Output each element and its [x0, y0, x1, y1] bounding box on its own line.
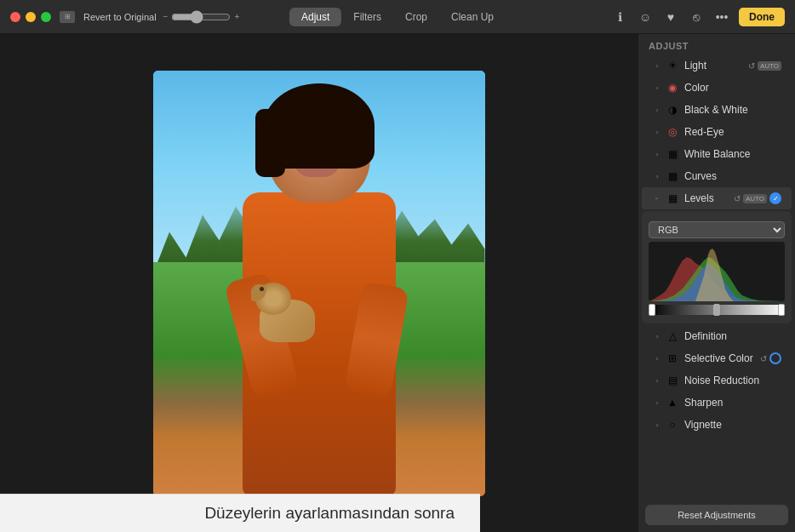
window-view-controls: ⊞	[60, 11, 75, 23]
zoom-slider-container: − +	[163, 10, 240, 24]
expand-arrow-def: ›	[652, 331, 662, 341]
hair-side	[255, 109, 285, 177]
tab-adjust[interactable]: Adjust	[289, 8, 341, 26]
light-label: Light	[684, 60, 748, 72]
definition-label: Definition	[684, 330, 781, 342]
photo-container	[153, 71, 485, 496]
whitebalance-icon: ▦	[666, 147, 679, 161]
expand-arrow-color: ›	[652, 83, 662, 93]
levels-mid-handle[interactable]	[713, 304, 720, 316]
minimize-button[interactable]	[26, 12, 36, 22]
tab-crop[interactable]: Crop	[393, 8, 439, 26]
titlebar: ⊞ Revert to Original − + Adjust Filters …	[0, 0, 795, 34]
curves-label: Curves	[684, 170, 781, 182]
expand-arrow-curves: ›	[652, 171, 662, 181]
revert-button[interactable]: Revert to Original	[83, 12, 157, 22]
adjust-item-definition[interactable]: › △ Definition	[642, 325, 792, 347]
levels-icon: ▦	[666, 192, 679, 205]
adjust-item-selcolor[interactable]: › ⊞ Selective Color ↺	[642, 347, 792, 369]
expand-arrow-bw: ›	[652, 105, 662, 115]
traffic-lights	[10, 12, 51, 22]
redeye-icon: ◎	[666, 125, 679, 139]
levels-black-handle[interactable]	[649, 304, 655, 316]
adjust-item-bw[interactable]: › ◑ Black & White	[642, 99, 792, 121]
levels-white-handle[interactable]	[778, 304, 785, 316]
expand-arrow-light: ›	[652, 60, 662, 71]
fullscreen-button[interactable]	[41, 12, 51, 22]
levels-label: Levels	[684, 192, 734, 204]
rgb-channel-select[interactable]: RGB Red Green Blue Luminance	[649, 221, 785, 238]
adjust-item-sharpen[interactable]: › ▲ Sharpen	[642, 392, 792, 414]
dog-figure	[251, 283, 328, 342]
expand-arrow-vignette: ›	[652, 420, 662, 430]
expand-arrow-wb: ›	[652, 149, 662, 159]
more-icon[interactable]: •••	[713, 9, 730, 26]
sharpen-label: Sharpen	[684, 397, 781, 409]
sharpen-icon: ▲	[666, 396, 679, 409]
close-button[interactable]	[10, 12, 20, 22]
selcolor-circle-icon[interactable]	[769, 352, 781, 364]
heart-icon[interactable]: ♥	[662, 9, 679, 26]
adjust-item-whitebalance[interactable]: › ▦ White Balance	[642, 143, 792, 165]
color-icon: ◉	[666, 81, 679, 94]
noise-icon: ▤	[666, 374, 679, 387]
selcolor-controls: ↺	[760, 352, 781, 364]
selcolor-reset-icon[interactable]: ↺	[760, 354, 767, 363]
zoom-out-icon: −	[163, 12, 169, 21]
right-panel: ADJUST › ☀ Light ↺ AUTO › ◉ Color ›	[638, 34, 795, 532]
bw-icon: ◑	[666, 103, 679, 117]
levels-controls: ↺ AUTO ✓	[734, 192, 781, 204]
photo-scene	[153, 71, 485, 496]
curves-icon: ▦	[666, 169, 679, 183]
main-area: Düzeylerin ayarlanmasından sonra ADJUST …	[0, 34, 795, 532]
adjust-item-vignette[interactable]: › ○ Vignette	[642, 414, 792, 436]
expand-arrow-sel: ›	[652, 353, 662, 363]
color-label: Color	[684, 82, 781, 94]
panel-title: ADJUST	[638, 34, 795, 54]
bottom-caption: Düzeylerin ayarlanmasından sonra	[0, 494, 480, 532]
done-button[interactable]: Done	[739, 8, 785, 26]
expand-arrow-levels: ›	[652, 193, 662, 203]
adjust-item-redeye[interactable]: › ◎ Red-Eye	[642, 121, 792, 143]
histogram-svg	[649, 242, 785, 301]
reset-adjustments-button[interactable]: Reset Adjustments	[645, 505, 788, 525]
expand-arrow-redeye: ›	[652, 127, 662, 137]
adjust-item-color[interactable]: › ◉ Color	[642, 77, 792, 99]
caption-text: Düzeylerin ayarlanmasından sonra	[204, 504, 455, 523]
info-icon[interactable]: ℹ	[611, 9, 628, 26]
tab-filters[interactable]: Filters	[341, 8, 393, 26]
histogram	[649, 242, 785, 301]
selcolor-icon: ⊞	[666, 352, 679, 365]
adjust-list: › ☀ Light ↺ AUTO › ◉ Color › ◑ Black & W…	[638, 54, 795, 498]
levels-slider[interactable]	[649, 305, 785, 315]
definition-icon: △	[666, 329, 679, 343]
light-controls: ↺ AUTO	[748, 61, 781, 71]
light-icon: ☀	[666, 59, 679, 72]
light-reset-icon[interactable]: ↺	[748, 61, 755, 71]
whitebalance-label: White Balance	[684, 148, 781, 160]
adjust-item-light[interactable]: › ☀ Light ↺ AUTO	[642, 54, 792, 77]
photo-area: Düzeylerin ayarlanmasından sonra	[0, 34, 638, 532]
adjust-item-noise[interactable]: › ▤ Noise Reduction	[642, 369, 792, 392]
toolbar-tabs: Adjust Filters Crop Clean Up	[289, 8, 506, 26]
view-toggle-icon[interactable]: ⊞	[60, 11, 75, 23]
levels-reset-icon[interactable]: ↺	[734, 194, 741, 203]
vignette-label: Vignette	[684, 419, 781, 431]
noise-label: Noise Reduction	[684, 375, 781, 386]
levels-check-icon[interactable]: ✓	[769, 192, 781, 204]
bw-label: Black & White	[684, 104, 781, 116]
redeye-label: Red-Eye	[684, 126, 781, 138]
emoji-icon[interactable]: ☺	[637, 9, 654, 26]
rgb-selector: RGB Red Green Blue Luminance	[649, 221, 785, 238]
head-area	[268, 92, 370, 211]
light-auto-badge: AUTO	[758, 61, 781, 71]
levels-expanded: RGB Red Green Blue Luminance	[642, 211, 792, 323]
adjust-item-curves[interactable]: › ▦ Curves	[642, 165, 792, 187]
zoom-slider[interactable]	[171, 10, 231, 24]
zoom-in-icon: +	[234, 12, 239, 21]
share-icon[interactable]: ⎋	[688, 9, 705, 26]
levels-auto-badge: AUTO	[743, 194, 767, 203]
adjust-item-levels[interactable]: › ▦ Levels ↺ AUTO ✓	[642, 187, 792, 209]
tab-cleanup[interactable]: Clean Up	[439, 8, 506, 26]
expand-arrow-sharpen: ›	[652, 398, 662, 408]
